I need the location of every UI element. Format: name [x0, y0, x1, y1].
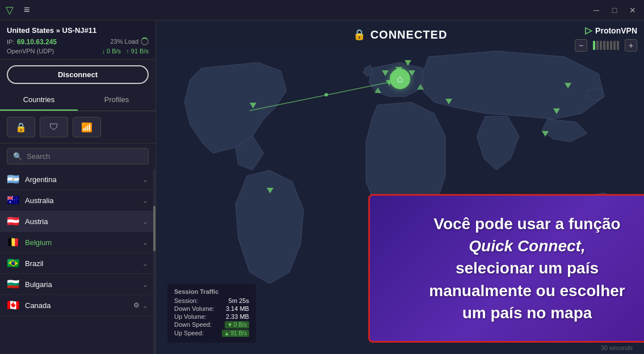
scrollbar-track: [153, 169, 155, 354]
marker-japan[interactable]: [565, 83, 571, 88]
search-input[interactable]: [27, 152, 142, 161]
marker-singapore[interactable]: [542, 131, 549, 137]
chevron-icon: ⌄: [142, 259, 149, 268]
window-controls: ─ □ ✕: [591, 5, 638, 16]
disconnect-button[interactable]: Disconnect: [7, 65, 149, 84]
traffic-row-down-vol: Down Volume: 3.14 MB: [174, 305, 249, 312]
session-traffic: Session Traffic Session: 5m 25s Down Vol…: [167, 284, 256, 343]
bandwidth-plus-button[interactable]: +: [625, 39, 637, 52]
marker-hk[interactable]: [553, 108, 560, 114]
filter-secure-icon[interactable]: 🔒: [7, 117, 35, 137]
flag-brazil: 🇧🇷: [7, 259, 19, 268]
session-value: 5m 25s: [229, 297, 249, 304]
country-name-bulgaria: Bulgaria: [25, 280, 142, 289]
marker-brazil[interactable]: [267, 188, 273, 193]
list-item[interactable]: 🇧🇪 Belgium ⌄: [0, 232, 155, 253]
bw-segment-4: [603, 41, 605, 50]
proton-brand-name: ProtonVPN: [595, 26, 637, 35]
connection-server: United States » US-NJ#11: [7, 26, 149, 35]
country-name-canada: Canada: [25, 301, 133, 310]
chevron-icon: ⌄: [142, 238, 149, 247]
connection-load: 23% Load: [110, 37, 149, 45]
list-item[interactable]: 🇦🇺 Australia ⌄: [0, 190, 155, 211]
down-volume-value: 3.14 MB: [226, 305, 249, 312]
flag-bulgaria: 🇧🇬: [7, 280, 19, 289]
bw-segment-2: [596, 41, 599, 50]
marker-uk[interactable]: [382, 70, 389, 76]
status-bar: 🔒 CONNECTED: [156, 20, 644, 49]
sidebar-tabs: Countries Profiles: [0, 90, 155, 111]
maximize-button[interactable]: □: [609, 5, 620, 16]
chevron-icon: ⌄: [142, 301, 149, 310]
country-name-brazil: Brazil: [25, 259, 142, 268]
list-item[interactable]: 🇧🇬 Bulgaria ⌄: [0, 274, 155, 295]
traffic-row-up-vol: Up Volume: 2.33 MB: [174, 313, 249, 320]
sidebar: United States » US-NJ#11 IP: 69.10.63.24…: [0, 20, 156, 354]
traffic-row-session: Session: 5m 25s: [174, 297, 249, 304]
load-circle-icon: [141, 37, 149, 45]
marker-sweden[interactable]: [405, 60, 411, 66]
flag-canada: 🇨🇦: [7, 301, 19, 310]
list-item[interactable]: 🇦🇷 Argentina ⌄: [0, 169, 155, 190]
protocol-label: OpenVPN (UDP): [7, 48, 54, 54]
chevron-icon: ⌄: [142, 175, 149, 184]
traffic-row-up-speed: Up Speed: ▲ 91 B/s: [174, 330, 249, 337]
country-name-argentina: Argentina: [25, 175, 142, 184]
list-item[interactable]: 🇧🇷 Brazil ⌄: [0, 253, 155, 274]
connection-status: 🔒 CONNECTED: [353, 28, 448, 41]
lock-icon: 🔒: [353, 28, 366, 41]
map-panel: 🔒 CONNECTED ⌂ ▷ ProtonVPN −: [156, 20, 644, 354]
main-content: United States » US-NJ#11 IP: 69.10.63.24…: [0, 20, 644, 354]
bw-segment-5: [607, 41, 609, 50]
menu-icon[interactable]: ≡: [24, 4, 30, 16]
overlay-box: Você pode usar a função Quick Connect, s…: [368, 194, 644, 343]
bw-segment-3: [600, 41, 602, 50]
marker-inv-2[interactable]: [417, 84, 424, 90]
quick-connect-button[interactable]: ⌂: [390, 69, 410, 89]
list-item[interactable]: 🇨🇦 Canada ⚙ ⌄: [0, 295, 155, 316]
ip-label: IP:: [7, 39, 14, 45]
minimize-button[interactable]: ─: [591, 5, 602, 16]
quick-connect-node[interactable]: ⌂: [390, 69, 410, 89]
bandwidth-minus-button[interactable]: −: [575, 39, 587, 52]
list-item[interactable]: 🇦🇹 Austria ⌄: [0, 211, 155, 232]
down-volume-label: Down Volume:: [174, 305, 214, 312]
app-logo: ▽: [6, 4, 14, 16]
marker-inv-1[interactable]: [374, 87, 381, 93]
traffic-row-down-speed: Down Speed: ▼ 0 B/s: [174, 321, 249, 328]
filter-icons: 🔒 🛡 📶: [0, 111, 155, 144]
tab-countries[interactable]: Countries: [0, 90, 78, 111]
filter-shield-icon[interactable]: 🛡: [40, 117, 68, 137]
ip-value: 69.10.63.245: [17, 38, 57, 46]
down-speed-label: Down Speed:: [174, 321, 212, 328]
bw-segment-6: [610, 41, 612, 50]
proton-logo-icon: ▷: [585, 25, 592, 36]
bw-segment-7: [613, 41, 616, 50]
bandwidth-bar: [590, 41, 622, 50]
up-speed-value: 91 B/s: [231, 330, 247, 336]
traffic-speeds: ↓ 0 B/s ↑ 91 B/s: [102, 48, 149, 54]
home-icon: ⌂: [397, 73, 403, 85]
search-box: 🔍: [7, 148, 149, 165]
down-speed-value: 0 B/s: [234, 322, 247, 328]
bottom-status: 30 seconds: [601, 344, 633, 351]
marker-us[interactable]: [250, 103, 256, 108]
country-name-australia: Australia: [25, 196, 142, 205]
bw-segment-8: [617, 41, 619, 50]
title-bar: ▽ ≡ ─ □ ✕: [0, 0, 644, 20]
marker-middle-east[interactable]: [445, 99, 452, 104]
bandwidth-controls: − +: [575, 39, 637, 52]
close-button[interactable]: ✕: [627, 5, 638, 16]
flag-austria: 🇦🇹: [7, 217, 19, 226]
up-speed-badge: ▲ 91 B/s: [222, 330, 249, 337]
search-icon: 🔍: [13, 152, 22, 161]
tab-profiles[interactable]: Profiles: [78, 90, 155, 111]
status-text: CONNECTED: [371, 28, 448, 41]
special-icon: ⚙: [133, 301, 140, 309]
scrollbar-thumb[interactable]: [153, 206, 155, 251]
connection-details: IP: 69.10.63.245 23% Load: [7, 36, 149, 47]
chevron-icon: ⌄: [142, 196, 149, 205]
proton-branding: ▷ ProtonVPN − +: [575, 25, 637, 52]
filter-signal-icon[interactable]: 📶: [73, 117, 101, 137]
chevron-icon: ⌄: [142, 280, 149, 289]
